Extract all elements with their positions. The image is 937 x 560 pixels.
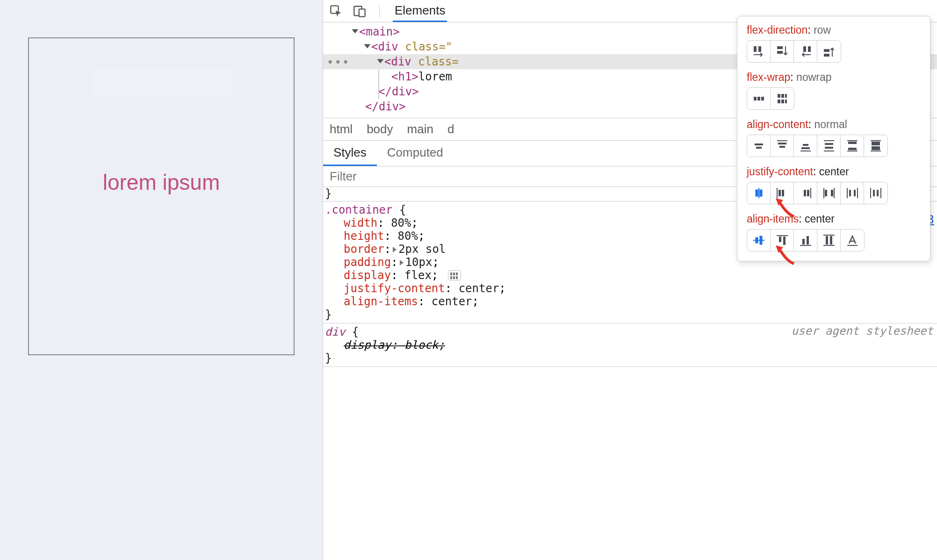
tab-elements[interactable]: Elements [393,0,447,22]
annotation-arrow-icon [773,243,796,266]
expand-icon[interactable] [400,260,404,266]
page-preview: lorem ipsum [0,0,323,560]
group-align-items: align-items: center [747,213,921,251]
selection-highlight [91,68,231,96]
svg-rect-25 [803,144,808,146]
flexbox-editor-popover: flex-direction: row flex-wrap: nowrap al… [737,16,930,261]
svg-rect-65 [779,237,781,242]
svg-rect-17 [778,100,780,103]
crumb-d[interactable]: d [447,122,454,136]
svg-rect-13 [761,97,764,101]
svg-rect-6 [777,51,783,54]
demo-heading: lorem ipsum [103,170,220,195]
svg-rect-68 [807,236,809,244]
svg-rect-37 [872,142,880,145]
flex-direction-row-reverse-icon[interactable] [794,41,817,62]
svg-rect-30 [825,147,833,149]
ua-stylesheet-label: user agent stylesheet [792,324,933,337]
more-icon[interactable]: ••• [327,56,350,69]
align-items-end-icon[interactable] [794,230,817,251]
svg-rect-47 [807,190,809,196]
justify-content-space-around-icon[interactable] [841,182,864,204]
svg-rect-5 [777,46,783,49]
devtools-pane: Elements <main> <div class=" •••<div cla… [323,0,937,560]
svg-rect-62 [756,237,758,243]
flex-direction-column-icon[interactable] [771,41,794,62]
align-content-stretch-icon[interactable] [864,135,887,157]
svg-rect-10 [824,54,829,57]
group-align-content: align-content: normal [747,118,921,157]
svg-rect-11 [754,97,757,101]
flex-direction-row-icon[interactable] [747,41,771,62]
svg-rect-19 [785,100,787,103]
svg-rect-38 [872,146,880,150]
svg-rect-20 [755,144,763,145]
svg-rect-34 [848,148,857,150]
justify-content-center-icon[interactable] [747,182,771,204]
align-content-start-icon[interactable] [771,135,794,157]
align-items-stretch-icon[interactable] [817,230,841,251]
svg-rect-72 [830,236,832,244]
svg-rect-8 [808,46,811,52]
svg-rect-2 [359,9,365,16]
svg-rect-21 [756,147,762,149]
svg-rect-16 [785,94,787,98]
flex-wrap-wrap-icon[interactable] [771,88,794,109]
svg-rect-15 [781,94,784,98]
align-content-space-around-icon[interactable] [817,135,841,157]
align-items-baseline-icon[interactable] [841,230,864,251]
css-rule-div-ua[interactable]: user agent stylesheet div { display: blo… [323,323,937,367]
svg-rect-54 [849,190,851,196]
svg-rect-71 [826,236,828,244]
svg-rect-7 [803,46,806,52]
svg-rect-33 [848,142,857,144]
svg-rect-46 [804,190,806,196]
justify-content-end-icon[interactable] [794,182,817,204]
align-items-center-icon[interactable] [747,230,771,251]
toolbar-separator [379,5,380,18]
align-content-end-icon[interactable] [794,135,817,157]
expand-icon[interactable] [393,247,396,252]
svg-rect-50 [825,190,827,196]
svg-rect-26 [801,147,810,149]
crumb-body[interactable]: body [367,122,393,136]
crumb-html[interactable]: html [330,122,353,136]
svg-rect-24 [779,146,785,148]
group-justify-content: justify-content: center [747,165,921,204]
group-flex-wrap: flex-wrap: nowrap [747,71,921,110]
tab-computed[interactable]: Computed [377,141,454,166]
align-content-center-icon[interactable] [747,135,771,157]
justify-content-space-evenly-icon[interactable] [864,182,887,204]
svg-rect-55 [854,190,856,196]
device-toggle-icon[interactable] [353,5,366,18]
svg-rect-67 [802,239,805,244]
svg-rect-18 [781,100,784,103]
svg-rect-51 [831,190,833,196]
svg-rect-29 [825,143,833,145]
justify-content-space-between-icon[interactable] [817,182,841,204]
svg-rect-59 [877,190,879,196]
svg-rect-58 [873,190,875,196]
svg-rect-12 [757,97,760,101]
inspect-icon[interactable] [330,5,343,18]
svg-rect-3 [754,46,757,52]
svg-rect-63 [760,236,762,244]
flex-wrap-nowrap-icon[interactable] [747,88,771,109]
tab-styles[interactable]: Styles [323,141,377,166]
svg-rect-9 [824,49,829,52]
svg-rect-14 [778,94,780,98]
crumb-main[interactable]: main [407,122,433,136]
svg-rect-42 [760,190,762,196]
svg-rect-4 [758,46,761,52]
flex-direction-column-reverse-icon[interactable] [817,41,841,62]
svg-rect-23 [778,143,786,144]
svg-rect-40 [756,190,758,196]
group-flex-direction: flex-direction: row [747,24,921,63]
flex-editor-icon[interactable] [448,270,461,280]
align-content-space-between-icon[interactable] [841,135,864,157]
